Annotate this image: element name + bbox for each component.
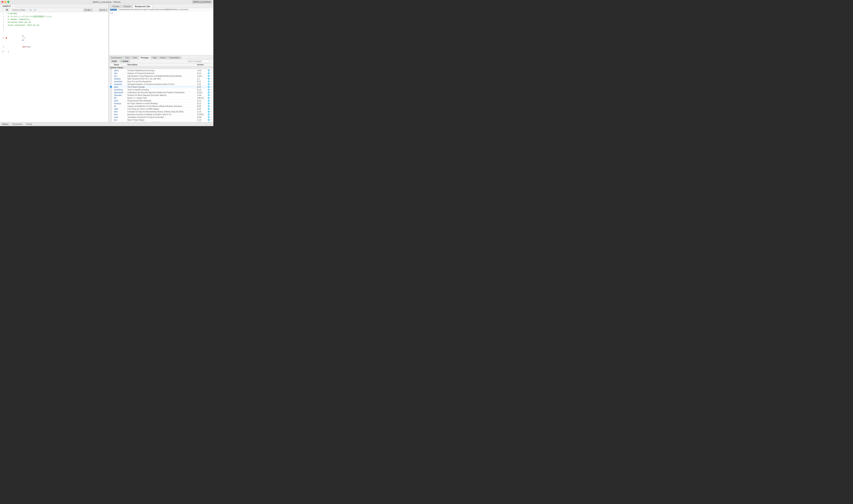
tab-files[interactable]: Files (124, 56, 131, 59)
pkg-name-backports[interactable]: backports (114, 83, 122, 85)
pkg-web-icon-brio[interactable]: 🌐 (208, 119, 210, 121)
tutorial-tab[interactable]: Tutorial (25, 123, 33, 125)
pkg-maximize-icon[interactable]: □ (211, 57, 213, 59)
pkg-delete-icon-abind[interactable]: ✕ (210, 69, 212, 72)
pkg-name-bit[interactable]: bit (114, 105, 116, 107)
col-name[interactable]: Name (113, 63, 126, 66)
pkg-checkbox-assertthat[interactable] (110, 80, 112, 82)
pkg-delete-icon-brew[interactable]: ✕ (210, 116, 212, 118)
pkg-delete-icon-bayestestR[interactable]: ✕ (210, 91, 212, 93)
pkg-checkbox-blob[interactable] (110, 110, 112, 112)
history-tab[interactable]: History (1, 123, 9, 125)
pkg-web-icon-brew[interactable]: 🌐 (208, 116, 210, 118)
pkg-web-icon-blob[interactable]: 🌐 (208, 110, 210, 113)
code-editor[interactable]: 1 # mktg01 2 # マーケティングリサーチ1回目用演習ファイル 3 #… (0, 12, 109, 123)
tab-console[interactable]: Console (110, 5, 121, 8)
pkg-checkbox-bit64[interactable] (110, 108, 112, 110)
pkg-name-assertthat[interactable]: assertthat (114, 80, 122, 83)
pkg-checkbox-bdsmatrix[interactable] (110, 94, 112, 96)
save-icon[interactable]: 💾 (5, 9, 9, 11)
pkg-delete-icon-BH[interactable]: ✕ (210, 97, 212, 99)
pkg-web-icon-base64enc[interactable]: 🌐 (208, 89, 210, 91)
pkg-checkbox-bit[interactable] (110, 105, 112, 107)
tab-background-jobs[interactable]: Background Jobs (133, 5, 152, 8)
run-dropdown-icon[interactable]: ▾ (91, 9, 91, 11)
pkg-checkbox-afex[interactable] (110, 72, 112, 74)
pkg-web-icon-backports[interactable]: 🌐 (208, 83, 210, 85)
pkg-checkbox-bayestestR[interactable] (110, 91, 112, 93)
pkg-delete-icon-base[interactable]: ✕ (210, 86, 212, 88)
find-icon[interactable]: 🔎 (33, 9, 37, 11)
bottom-minimize-icon[interactable]: — (205, 123, 208, 125)
pkg-checkbox-backports[interactable] (110, 83, 112, 85)
pkg-web-icon-bindr[interactable]: 🌐 (208, 100, 210, 102)
search-icon[interactable]: 🔍 (29, 9, 32, 11)
tab-close-icon[interactable]: ✕ (12, 5, 13, 7)
pkg-web-icon-afex[interactable]: 🌐 (208, 72, 210, 74)
pkg-name-base64enc[interactable]: base64enc (114, 89, 123, 91)
pkg-delete-icon-backports[interactable]: ✕ (210, 83, 212, 85)
pkg-name-bdsmatrix[interactable]: bdsmatrix (114, 94, 122, 96)
pkg-delete-icon-askpass[interactable]: ✕ (210, 77, 212, 80)
source-dropdown-icon[interactable]: ▾ (106, 9, 107, 11)
console-area[interactable]: > (109, 11, 213, 55)
install-button[interactable]: Install (110, 60, 118, 62)
pkg-checkbox-askpass[interactable] (110, 77, 112, 79)
pkg-checkbox-bindrcpp[interactable] (110, 102, 112, 104)
pkg-web-icon-bindrcpp[interactable]: 🌐 (208, 102, 210, 105)
pkg-web-icon-base[interactable]: 🌐 (208, 86, 210, 88)
pkg-name-blob[interactable]: blob (114, 111, 118, 113)
pkg-web-icon-boot[interactable]: 🌐 (208, 113, 210, 115)
pkg-name-afex[interactable]: afex (114, 72, 118, 74)
pkg-name-abind[interactable]: abind (114, 70, 119, 72)
tab-viewer[interactable]: Viewer (158, 56, 167, 59)
update-button[interactable]: Update (119, 60, 130, 62)
pkg-checkbox-bindr[interactable] (110, 100, 112, 102)
pkg-web-icon-BH[interactable]: 🌐 (208, 97, 210, 99)
pkg-web-icon-bdsmatrix[interactable]: 🌐 (208, 94, 210, 96)
pkg-name-arm[interactable]: arm (114, 75, 117, 77)
pkg-delete-icon-boot[interactable]: ✕ (210, 113, 212, 115)
pkg-web-icon-askpass[interactable]: 🌐 (208, 77, 210, 80)
pkg-checkbox-BH[interactable] (110, 97, 112, 98)
close-button[interactable] (1, 1, 3, 3)
pkg-web-icon-arm[interactable]: 🌐 (208, 75, 210, 77)
pkg-delete-icon-afex[interactable]: ✕ (210, 72, 212, 74)
pkg-checkbox-base[interactable] (110, 86, 112, 88)
minimize-icon[interactable]: — (207, 4, 210, 7)
bottom-maximize-icon[interactable]: □ (210, 123, 212, 125)
pkg-delete-icon-bit64[interactable]: ✕ (210, 108, 212, 110)
pkg-delete-icon-arm[interactable]: ✕ (210, 75, 212, 77)
tab-plots[interactable]: Plots (131, 56, 138, 59)
tab-packages[interactable]: Packages (139, 56, 151, 59)
pkg-name-bindrcpp[interactable]: bindrcpp (114, 103, 121, 105)
pkg-checkbox-boot[interactable] (110, 113, 112, 115)
editor-tab-active[interactable]: mktg01.R ✕ (1, 4, 15, 7)
package-search-input[interactable] (187, 60, 209, 63)
pkg-delete-icon-bit[interactable]: ✕ (210, 105, 212, 107)
pkg-name-bayestestR[interactable]: bayestestR (114, 91, 123, 93)
project-button[interactable]: MktRes_LectureNote (192, 1, 212, 3)
tab-environment[interactable]: Environment (110, 56, 123, 59)
pkg-web-icon-bit[interactable]: 🌐 (208, 105, 210, 107)
source-button[interactable]: Source ▾ (98, 8, 108, 11)
new-file-icon[interactable]: 📄 (1, 9, 4, 11)
pkg-checkbox-brio[interactable] (110, 119, 112, 121)
pkg-delete-icon-bindr[interactable]: ✕ (210, 100, 212, 102)
connections-tab[interactable]: Connections (11, 123, 23, 125)
pkg-web-icon-assertthat[interactable]: 🌐 (208, 80, 210, 83)
pkg-delete-icon-base64enc[interactable]: ✕ (210, 89, 212, 91)
pkg-delete-icon-blob[interactable]: ✕ (210, 110, 212, 113)
pkg-name-askpass[interactable]: askpass (114, 78, 121, 80)
pkg-delete-icon-bindrcpp[interactable]: ✕ (210, 102, 212, 105)
pkg-delete-icon-brio[interactable]: ✕ (210, 119, 212, 121)
pkg-name-BH[interactable]: BH (114, 97, 117, 99)
minimize-button[interactable] (4, 1, 6, 3)
pkg-checkbox-arm[interactable] (110, 75, 112, 77)
pkg-checkbox-brew[interactable] (110, 116, 112, 118)
pkg-name-base[interactable]: base (114, 86, 118, 88)
col-version[interactable]: Version (196, 63, 206, 66)
pkg-name-boot[interactable]: boot (114, 113, 118, 115)
pkg-delete-icon-assertthat[interactable]: ✕ (210, 80, 212, 83)
pkg-web-icon-bayestestR[interactable]: 🌐 (208, 91, 210, 93)
